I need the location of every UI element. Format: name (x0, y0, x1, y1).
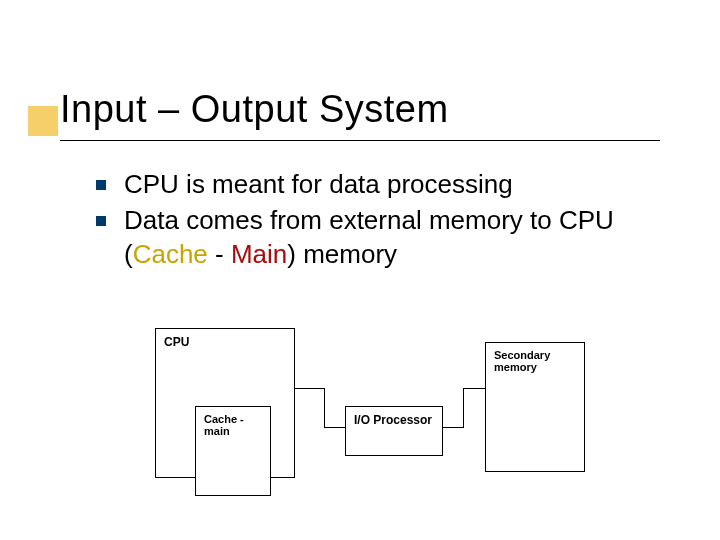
bullet-text: CPU is meant for data processing (124, 168, 656, 202)
diagram-wire (443, 427, 463, 428)
title-rule (60, 140, 660, 141)
bullet-list: CPU is meant for data processing Data co… (96, 168, 656, 273)
accent-block (28, 106, 58, 136)
io-label: I/O Processor (354, 413, 432, 427)
cache-label: Cache - main (204, 413, 244, 437)
diagram-wire (324, 388, 325, 428)
bullet-item: Data comes from external memory to CPU (… (96, 204, 656, 272)
cache-block: Cache - main (195, 406, 271, 496)
cpu-label: CPU (164, 335, 189, 349)
io-processor-block: I/O Processor (345, 406, 443, 456)
memory-label: Secondary memory (494, 349, 550, 373)
io-system-diagram: CPU Cache - main I/O Processor Secondary… (155, 328, 585, 498)
bullet-marker-icon (96, 180, 106, 190)
bullet-marker-icon (96, 216, 106, 226)
bullet-text: Data comes from external memory to CPU (… (124, 204, 656, 272)
secondary-memory-block: Secondary memory (485, 342, 585, 472)
diagram-wire (463, 388, 464, 428)
bullet-item: CPU is meant for data processing (96, 168, 656, 202)
slide-title: Input – Output System (60, 88, 449, 131)
diagram-wire (463, 388, 485, 389)
diagram-wire (324, 427, 345, 428)
diagram-wire (295, 388, 325, 389)
